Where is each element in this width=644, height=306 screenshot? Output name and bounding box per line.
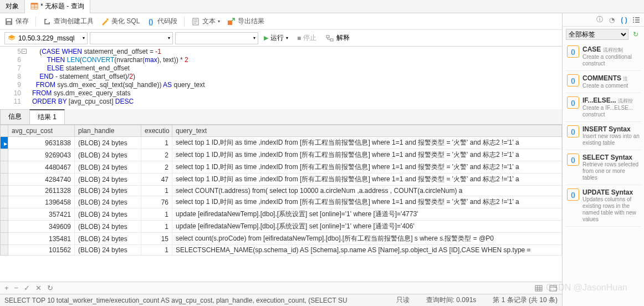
add-row-button[interactable]: +: [4, 284, 9, 292]
snippet-icon: (): [567, 188, 579, 201]
snippet-item[interactable]: () UPDATE Syntax Updates columns of exis…: [565, 185, 642, 227]
clock-icon[interactable]: ◔: [607, 16, 616, 24]
snippet-icon: (): [567, 96, 579, 109]
svg-rect-25: [635, 19, 640, 21]
svg-rect-13: [326, 35, 329, 38]
text-button[interactable]: 文本 ▾: [191, 17, 220, 26]
status-records: 第 1 条记录 (共 10 条): [493, 295, 558, 305]
server-icon: [7, 34, 16, 43]
col-execution[interactable]: executio: [141, 125, 172, 137]
refresh-button[interactable]: ↻: [47, 284, 53, 292]
tab-info[interactable]: 信息: [0, 109, 30, 124]
play-icon: ▶: [264, 34, 268, 42]
svg-rect-22: [633, 17, 634, 18]
form-view-icon[interactable]: [549, 284, 558, 293]
tab-query-label: * 无标题 - 查询: [40, 2, 84, 11]
status-mode: 只读: [396, 295, 410, 305]
tab-result1[interactable]: 结果 1: [29, 109, 65, 124]
svg-rect-6: [7, 19, 11, 21]
status-bar: SELECT TOP 10 total_worker_time/executio…: [0, 294, 562, 306]
list-icon[interactable]: [632, 16, 641, 24]
info-icon[interactable]: ⓘ: [595, 16, 604, 24]
export-result-button[interactable]: 导出结果: [227, 17, 264, 26]
snippet-item[interactable]: () IF...ELSE... 流程控Create a IF...ELSE...…: [565, 93, 642, 122]
col-plan-handle[interactable]: plan_handle: [75, 125, 141, 137]
svg-rect-27: [635, 22, 640, 23]
col-avg-cpu-cost[interactable]: avg_cpu_cost: [8, 125, 75, 137]
chevron-down-icon: ▾: [218, 19, 220, 24]
beautify-sql-button[interactable]: 美化 SQL: [100, 17, 140, 26]
table-row[interactable]: 135481(BLOB) 24 bytes15select count(s.pr…: [1, 233, 562, 245]
stop-button[interactable]: ■ 停止: [294, 33, 320, 43]
table-row[interactable]: 101562(BLOB) 24 bytes1SELECTSCHEMA_NAME(…: [1, 245, 562, 256]
svg-rect-26: [633, 22, 634, 23]
svg-rect-12: [228, 21, 232, 25]
query-builder-button[interactable]: 查询创建工具: [43, 17, 94, 26]
chevron-down-icon: ▾: [286, 35, 288, 40]
snippet-item[interactable]: () SELECT Syntax Retrieve rows selected …: [565, 150, 642, 185]
snippet-item[interactable]: () COMMENTS 注Create a comment: [565, 71, 642, 93]
sql-editor[interactable]: 5−67891011 (CASE WHEN statement_end_offs…: [0, 47, 562, 107]
snippet-item[interactable]: () INSERT Syntax Insert new rows into an…: [565, 122, 642, 150]
braces-icon: (): [146, 17, 155, 26]
editor-gutter: 5−67891011: [0, 48, 24, 106]
result-grid: avg_cpu_cost plan_handle executio query_…: [0, 125, 562, 256]
row-header-corner: [1, 125, 8, 137]
table-row[interactable]: 9631838(BLOB) 24 bytes1select top 1 ID,时…: [1, 137, 562, 149]
connection-select[interactable]: 10.50.3.229_mssql ▾: [4, 32, 88, 44]
status-sql: SELECT TOP 10 total_worker_time/executio…: [4, 297, 380, 304]
table-row[interactable]: 4480467(BLOB) 24 bytes2select top 1 ID,时…: [1, 161, 562, 174]
svg-rect-24: [633, 19, 634, 21]
grid-nav-toolbar: + − ✓ ✕ ↻: [0, 282, 562, 294]
refresh-snippets-button[interactable]: ↻: [631, 29, 641, 39]
result-grid-wrap[interactable]: avg_cpu_cost plan_handle executio query_…: [0, 125, 562, 282]
result-tabbar: 信息 结果 1: [0, 109, 562, 125]
export-icon: [227, 17, 236, 26]
table-row[interactable]: 357421(BLOB) 24 bytes1update [eifiredata…: [1, 208, 562, 221]
wrench-icon: [43, 17, 52, 26]
commit-button[interactable]: ✓: [24, 284, 30, 292]
status-time: 查询时间: 0.091s: [426, 295, 477, 305]
svg-rect-7: [7, 22, 11, 24]
run-button[interactable]: ▶ 运行 ▾: [260, 33, 292, 43]
svg-rect-1: [31, 3, 38, 5]
tab-objects[interactable]: 对象: [0, 0, 25, 13]
svg-rect-15: [535, 285, 542, 291]
snippet-icon: (): [567, 154, 579, 166]
braces-icon[interactable]: ( ): [620, 16, 628, 24]
table-row[interactable]: 1396458(BLOB) 24 bytes76select top 1 ID,…: [1, 196, 562, 208]
svg-rect-20: [550, 285, 556, 291]
tag-select[interactable]: 全部标签: [566, 29, 628, 40]
tab-query[interactable]: * 无标题 - 查询: [25, 0, 90, 14]
save-icon: [4, 17, 13, 26]
history-select[interactable]: ▾: [175, 32, 258, 44]
explain-button[interactable]: 解释: [322, 33, 353, 43]
editor-code[interactable]: (CASE WHEN statement_end_offset = -1 THE…: [24, 48, 562, 106]
table-icon: [30, 2, 38, 10]
snippet-icon: (): [567, 125, 579, 137]
explain-icon: [325, 34, 334, 43]
snippet-icon: (): [567, 45, 579, 58]
editor-tabbar: 对象 * 无标题 - 查询: [0, 0, 644, 13]
svg-rect-23: [635, 17, 640, 18]
chevron-down-icon: ▾: [83, 35, 85, 40]
code-snippet-button[interactable]: () 代码段: [146, 17, 177, 26]
main-toolbar: 保存 查询创建工具 美化 SQL () 代码段 文本 ▾: [0, 13, 562, 30]
svg-rect-14: [330, 39, 333, 41]
grid-view-icon[interactable]: [534, 284, 543, 293]
cancel-button[interactable]: ✕: [35, 284, 42, 292]
wand-icon: [100, 17, 109, 26]
snippet-panel: ⓘ ◔ ( ) 全部标签 ↻ () CASE 流程控制Create a cond…: [562, 13, 644, 306]
document-icon: [191, 17, 200, 26]
database-select[interactable]: ▾: [90, 32, 173, 44]
table-row[interactable]: 9269043(BLOB) 24 bytes2select top 1 ID,时…: [1, 149, 562, 161]
table-row[interactable]: 4284740(BLOB) 24 bytes47select top 1 ID,…: [1, 174, 562, 186]
col-query-text[interactable]: query_text: [172, 125, 562, 137]
snippet-icon: (): [567, 74, 579, 86]
snippet-item[interactable]: () CASE 流程控制Create a conditional constru…: [565, 42, 642, 71]
save-button[interactable]: 保存: [4, 17, 29, 26]
connection-toolbar: 10.50.3.229_mssql ▾ ▾ ▾ ▶ 运行 ▾ ■ 停止 解释: [0, 30, 562, 47]
delete-row-button[interactable]: −: [14, 284, 19, 292]
table-row[interactable]: 2611328(BLOB) 24 bytes1select COUNT(t.ad…: [1, 186, 562, 196]
table-row[interactable]: 349609(BLOB) 24 bytes1update [eifiredata…: [1, 221, 562, 233]
